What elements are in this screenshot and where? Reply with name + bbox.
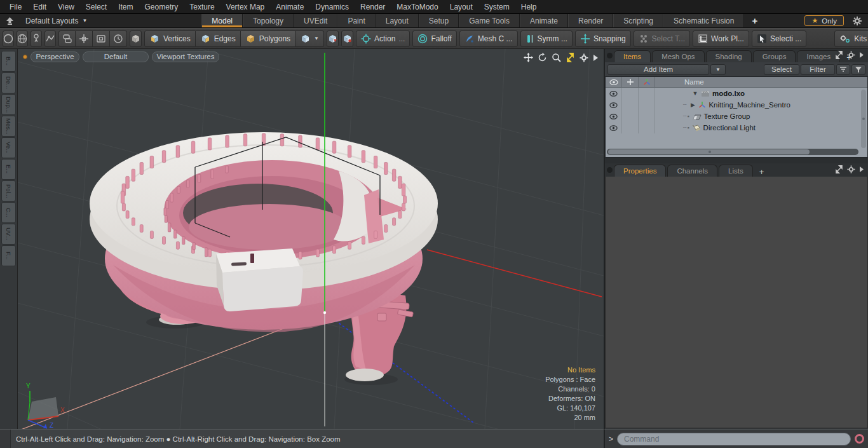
add-item-dropdown[interactable]: ▼ <box>710 64 726 75</box>
tab-images[interactable]: Images <box>797 50 840 62</box>
lock-column-header[interactable] <box>639 77 655 87</box>
tab-setup[interactable]: Setup <box>419 14 459 27</box>
side-tab-mesh-edit[interactable]: Mes... <box>1 116 16 137</box>
viewport-gear-icon[interactable] <box>580 53 588 62</box>
history-tool-button[interactable] <box>110 31 127 47</box>
side-tab-uv[interactable]: UV... <box>1 224 16 245</box>
layers-tool-button[interactable] <box>58 31 76 47</box>
funnel-filter-button[interactable] <box>851 64 865 75</box>
tab-uvedit[interactable]: UVEdit <box>294 14 337 27</box>
side-tab-curves[interactable]: C... <box>1 202 16 223</box>
tab-scripting[interactable]: Scripting <box>613 14 663 27</box>
render-column-header[interactable] <box>622 77 639 87</box>
tab-topology[interactable]: Topology <box>243 14 294 27</box>
polygons-mode-button[interactable]: Polygons <box>241 31 295 47</box>
curve-tool-button[interactable] <box>44 31 56 47</box>
ellipse-tool-button[interactable] <box>3 31 14 47</box>
item-row-mesh[interactable]: ┈ ▶ Knitting_Machine_Sentro <box>606 99 867 111</box>
lock-toggle[interactable] <box>639 111 655 122</box>
lock-toggle[interactable] <box>639 88 655 99</box>
menu-view[interactable]: View <box>52 0 80 14</box>
panel-divider[interactable] <box>605 158 868 163</box>
item-list-vscrollbar[interactable] <box>861 90 866 148</box>
visibility-toggle[interactable] <box>606 111 622 122</box>
item-mode-dropdown[interactable]: ▼ <box>295 31 324 47</box>
visibility-toggle[interactable] <box>606 122 622 133</box>
viewport-mode-button[interactable]: Perspective <box>31 51 79 62</box>
visibility-toggle[interactable] <box>606 88 622 99</box>
transform-tool-button[interactable] <box>76 31 93 47</box>
menu-edit[interactable]: Edit <box>27 0 52 14</box>
panel-gear-icon[interactable] <box>847 51 855 59</box>
tab-properties[interactable]: Properties <box>614 165 666 177</box>
render-toggle[interactable] <box>622 99 639 111</box>
disclosure-triangle-expanded[interactable]: ▼ <box>692 90 698 97</box>
side-tab-polygon[interactable]: Pol... <box>1 180 16 201</box>
tab-game-tools[interactable]: Game Tools <box>459 14 520 27</box>
menu-help[interactable]: Help <box>515 0 543 14</box>
panel-flyout-icon[interactable] <box>859 166 864 173</box>
viewport-textures-button[interactable]: Viewport Textures <box>152 51 219 62</box>
side-tab-deform[interactable]: De... <box>1 72 16 93</box>
tab-groups[interactable]: Groups <box>753 50 796 62</box>
menu-item[interactable]: Item <box>112 0 139 14</box>
lock-toggle[interactable] <box>639 122 655 133</box>
menu-geometry[interactable]: Geometry <box>139 0 184 14</box>
menu-layout[interactable]: Layout <box>444 0 478 14</box>
selection-sets-button[interactable]: Selecti ... <box>752 31 806 47</box>
panel-flyout-icon[interactable] <box>859 51 864 58</box>
tab-shading[interactable]: Shading <box>706 50 752 62</box>
viewport-preset-button[interactable]: Default <box>83 51 149 62</box>
menu-texture[interactable]: Texture <box>184 0 220 14</box>
visibility-column-header[interactable] <box>606 77 622 87</box>
action-center-button[interactable]: Action ... <box>356 31 410 47</box>
select-button[interactable]: Select <box>764 64 799 75</box>
menu-render[interactable]: Render <box>355 0 391 14</box>
render-toggle[interactable] <box>622 122 639 133</box>
orbit-icon[interactable] <box>538 53 547 62</box>
pop-layout-icon[interactable] <box>0 14 19 27</box>
panel-corner-notch[interactable] <box>607 167 613 173</box>
snapping-button[interactable]: Snapping <box>575 31 631 47</box>
sphere-tool-button[interactable] <box>17 31 28 47</box>
set-mesh-button[interactable] <box>327 31 339 47</box>
zoom-icon[interactable] <box>552 53 561 62</box>
menu-vertex-map[interactable]: Vertex Map <box>220 0 271 14</box>
render-toggle[interactable] <box>622 111 639 122</box>
item-list-hscrollbar[interactable] <box>607 149 858 155</box>
lock-toggle[interactable] <box>639 99 655 111</box>
gear-icon[interactable] <box>853 17 862 25</box>
tab-items[interactable]: Items <box>614 50 651 62</box>
command-input[interactable] <box>617 433 851 445</box>
uv-rect-tool-button[interactable] <box>93 31 110 47</box>
kits-button[interactable]: Kits <box>834 31 868 47</box>
3d-viewport[interactable]: Y X Z Perspective Default Viewport Textu… <box>18 49 604 429</box>
side-tab-edge[interactable]: E... <box>1 159 16 180</box>
panel-corner-notch[interactable] <box>607 53 613 58</box>
falloff-button[interactable]: Falloff <box>412 31 456 47</box>
edges-mode-button[interactable]: Edges <box>196 31 241 47</box>
add-panel-tab-button[interactable]: + <box>754 167 770 177</box>
visibility-toggle[interactable] <box>606 99 622 111</box>
tab-channels[interactable]: Channels <box>667 165 717 177</box>
mesh-constraint-button[interactable]: Mesh C ... <box>459 31 518 47</box>
expand-panel-icon[interactable] <box>835 51 843 59</box>
item-row-scene[interactable]: ▼ modo.lxo <box>606 88 867 99</box>
command-record-icon[interactable] <box>855 434 864 444</box>
item-row-directional-light[interactable]: ┈▪ Directional Light <box>606 122 867 133</box>
side-tab-duplicate[interactable]: Dup... <box>1 94 16 115</box>
tab-model[interactable]: Model <box>201 14 243 27</box>
only-button[interactable]: ★ Only <box>804 15 844 26</box>
menu-file[interactable]: File <box>4 0 27 14</box>
tab-mesh-ops[interactable]: Mesh Ops <box>652 50 704 62</box>
layout-switcher[interactable]: Default Layouts ▼ <box>19 14 93 27</box>
menu-system[interactable]: System <box>478 0 515 14</box>
vertices-mode-button[interactable]: Vertices <box>144 31 196 47</box>
tab-render[interactable]: Render <box>568 14 613 27</box>
menu-select[interactable]: Select <box>80 0 112 14</box>
pen-tool-button[interactable] <box>31 31 42 47</box>
symmetry-button[interactable]: Symm ... <box>520 31 573 47</box>
filter-options-button[interactable] <box>836 64 850 75</box>
disclosure-triangle-collapsed[interactable]: ▶ <box>689 102 696 108</box>
panel-arrow-icon[interactable] <box>593 54 599 62</box>
